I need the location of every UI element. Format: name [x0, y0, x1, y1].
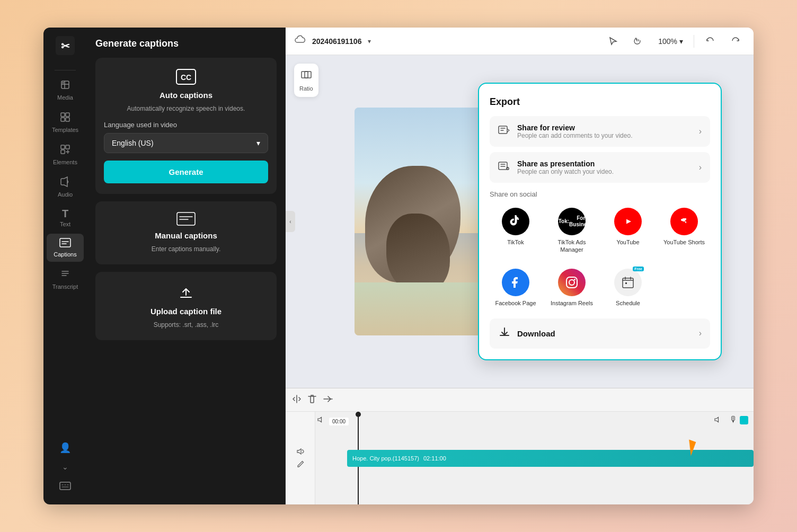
sidebar-item-captions[interactable]: Captions: [47, 234, 84, 262]
canvas-area: Ratio ‹: [286, 55, 754, 388]
auto-captions-desc: Automatically recognize speech in videos…: [104, 104, 268, 113]
manual-captions-title: Manual captions: [104, 231, 268, 240]
templates-icon: [59, 111, 71, 125]
manual-caption-icon: [104, 212, 268, 226]
mic-icon[interactable]: 🎙: [729, 415, 738, 424]
sidebar-item-keyboard[interactable]: [47, 477, 84, 496]
download-option[interactable]: Download ›: [490, 318, 710, 349]
manual-captions-card[interactable]: Manual captions Enter captions manually.: [95, 201, 277, 264]
youtube-social-item[interactable]: YouTube: [602, 205, 654, 257]
share-presentation-icon: [498, 161, 510, 175]
svg-rect-11: [60, 482, 70, 490]
auto-captions-card[interactable]: CC Auto captions Automatically recognize…: [95, 58, 277, 194]
language-label: Language used in video: [104, 121, 268, 129]
language-dropdown-arrow: ▾: [256, 139, 260, 147]
svg-point-20: [681, 219, 683, 221]
sidebar-item-templates[interactable]: Templates: [47, 107, 84, 137]
sidebar-item-text[interactable]: T Text: [47, 204, 84, 232]
instagram-icon: [558, 269, 586, 296]
media-label: Media: [57, 94, 73, 101]
sidebar-item-user[interactable]: 👤: [47, 439, 84, 457]
share-as-presentation-option[interactable]: Share as presentation People can only wa…: [490, 152, 710, 183]
share-review-title: Share for review: [517, 123, 692, 132]
svg-point-2: [63, 82, 64, 84]
collapse-button[interactable]: ‹: [286, 211, 295, 232]
facebook-social-item[interactable]: Facebook Page: [490, 265, 542, 310]
sidebar-item-expand[interactable]: ⌄: [47, 459, 84, 475]
redo-button[interactable]: [726, 32, 745, 51]
share-presentation-desc: People can only watch your video.: [517, 168, 692, 175]
tiktok-label: TikTok: [507, 238, 524, 246]
social-grid-empty: [658, 265, 710, 310]
audio-label: Audio: [58, 191, 73, 198]
schedule-label: Schedule: [616, 299, 640, 307]
cloud-save-icon: [294, 35, 306, 47]
text-icon: T: [62, 208, 68, 219]
ratio-button[interactable]: Ratio: [294, 64, 318, 97]
nav-divider-top: [55, 70, 76, 70]
hand-tool-button[interactable]: [628, 32, 648, 51]
text-label: Text: [60, 221, 70, 227]
svg-rect-9: [61, 150, 65, 154]
language-value: English (US): [112, 139, 154, 147]
ripple-tool[interactable]: [323, 394, 333, 406]
upload-caption-card[interactable]: Upload caption file Supports: .srt, .ass…: [95, 272, 277, 340]
user-icon: 👤: [59, 443, 71, 453]
track-volume-icon[interactable]: [296, 447, 305, 457]
app-logo: ✂: [56, 36, 75, 55]
tiktok-ads-social-item[interactable]: TikTok: For Business TikTok Ads Manager: [546, 205, 598, 257]
export-title: Export: [490, 96, 710, 108]
split-tool[interactable]: [292, 394, 302, 406]
facebook-icon: [502, 269, 529, 296]
tiktok-icon: [502, 208, 529, 235]
schedule-icon: Free: [614, 269, 642, 296]
instagram-label: Instagram Reels: [551, 299, 593, 307]
share-presentation-content: Share as presentation People can only wa…: [517, 159, 692, 175]
elements-icon: [59, 144, 71, 157]
svg-rect-6: [66, 118, 69, 121]
project-dropdown-arrow[interactable]: ▾: [368, 38, 371, 45]
schedule-social-item[interactable]: Free Schedule: [602, 265, 654, 310]
upload-caption-desc: Supports: .srt, .ass, .lrc: [104, 320, 268, 330]
audio-time: 02:11:00: [423, 455, 446, 462]
svg-rect-21: [566, 277, 577, 288]
media-icon: [59, 79, 71, 92]
svg-rect-17: [499, 126, 507, 134]
svg-rect-8: [66, 145, 69, 149]
undo-button[interactable]: [701, 32, 720, 51]
logo-area[interactable]: ✂: [56, 36, 75, 55]
select-tool-button[interactable]: [603, 32, 622, 51]
youtube-shorts-social-item[interactable]: YouTube Shorts: [658, 205, 710, 257]
share-presentation-title: Share as presentation: [517, 159, 692, 168]
sidebar-item-audio[interactable]: Audio: [47, 172, 84, 202]
svg-rect-7: [61, 145, 65, 149]
sidebar-item-elements[interactable]: Elements: [47, 139, 84, 170]
sidebar-item-transcript[interactable]: Transcript: [47, 264, 84, 294]
svg-point-19: [506, 167, 509, 170]
instagram-social-item[interactable]: Instagram Reels: [546, 265, 598, 310]
export-modal: Export Share for review People can add c…: [478, 83, 722, 360]
tiktok-social-item[interactable]: TikTok: [490, 205, 542, 257]
top-bar: 202406191106 ▾ 100% ▾: [286, 28, 754, 55]
zoom-control[interactable]: 100% ▾: [654, 35, 687, 48]
delete-tool[interactable]: [308, 394, 316, 406]
track-edit-icon[interactable]: [296, 459, 305, 469]
social-section-label: Share on social: [490, 190, 710, 198]
svg-rect-5: [61, 118, 65, 121]
generate-button[interactable]: Generate: [104, 161, 268, 183]
volume-icon-left[interactable]: [317, 416, 325, 425]
language-select[interactable]: English (US) ▾: [104, 133, 268, 153]
audio-track: Hope. City pop.(1145157) 02:11:00: [347, 450, 754, 467]
share-review-arrow: ›: [699, 127, 702, 136]
share-for-review-option[interactable]: Share for review People can add comments…: [490, 116, 710, 147]
download-arrow: ›: [699, 329, 702, 338]
ratio-label: Ratio: [299, 85, 313, 92]
svg-text:CC: CC: [181, 73, 191, 82]
transcript-icon: [59, 268, 71, 281]
volume-icon-right[interactable]: [714, 416, 722, 425]
manual-captions-desc: Enter captions manually.: [104, 244, 268, 254]
youtube-shorts-label: YouTube Shorts: [663, 238, 705, 246]
keyboard-icon: [59, 481, 71, 492]
sidebar-item-media[interactable]: Media: [47, 75, 84, 105]
auto-captions-title: Auto captions: [104, 91, 268, 100]
